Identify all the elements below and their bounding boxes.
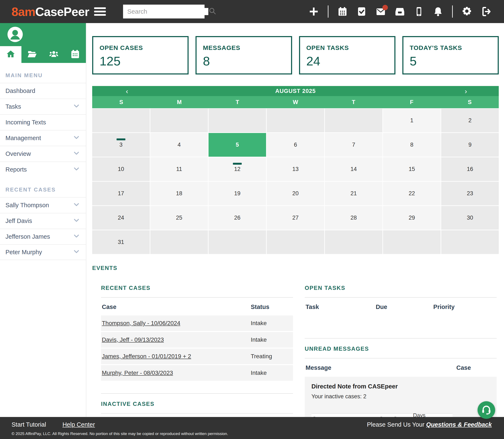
- calendar-title-bar: ‹ AUGUST 2025 ›: [92, 86, 499, 96]
- tasks-check-icon[interactable]: [357, 7, 367, 17]
- calendar-day-cell: [208, 230, 266, 254]
- calendar-day-cell[interactable]: 1: [383, 109, 440, 132]
- calendar-day-cell[interactable]: 25: [150, 206, 208, 230]
- calendar-day-cell[interactable]: 15: [383, 157, 440, 181]
- sidebar-case-sally-thompson[interactable]: Sally Thompson: [0, 197, 86, 213]
- calendar-day-cell[interactable]: 30: [441, 206, 499, 230]
- settings-gear-icon[interactable]: [462, 7, 472, 17]
- calendar-icon[interactable]: [337, 7, 348, 17]
- tab-cases[interactable]: [21, 46, 43, 63]
- sidebar-case-peter-murphy[interactable]: Peter Murphy: [0, 244, 86, 260]
- notifications-bell-icon[interactable]: [433, 7, 443, 17]
- calendar-day-cell[interactable]: 11: [150, 157, 208, 181]
- calendar-day-cell[interactable]: 17: [92, 182, 150, 205]
- search-icon[interactable]: [208, 7, 217, 16]
- calendar-day-cell[interactable]: 31: [92, 230, 150, 254]
- calendar-day-cell[interactable]: 3: [92, 133, 150, 157]
- calendar-day-cell[interactable]: 16: [441, 157, 499, 181]
- search-input[interactable]: [127, 8, 208, 15]
- navbar-divider: [452, 5, 453, 18]
- copyright-text: © 2025 AffiniPay, LLC. All Rights Reserv…: [0, 428, 504, 436]
- tab-calendar[interactable]: [65, 46, 86, 63]
- stat-value: 24: [306, 54, 394, 68]
- day-number: 2: [468, 117, 471, 124]
- messages-card[interactable]: MESSAGES 8: [195, 36, 292, 74]
- dow-label: T: [324, 96, 383, 108]
- calendar-day-cell: [325, 109, 382, 132]
- column-header-case-status: Case Status: [379, 415, 413, 417]
- sidebar-item-incoming-texts[interactable]: Incoming Texts: [0, 114, 86, 130]
- calendar-day-cell[interactable]: 5: [208, 133, 266, 157]
- case-link[interactable]: Thompson, Sally - 10/06/2024: [102, 320, 181, 326]
- sidebar-case-jefferson-james[interactable]: Jefferson James: [0, 229, 86, 244]
- inbox-tray-icon[interactable]: [395, 7, 405, 17]
- app-logo[interactable]: 8amCasePeer: [0, 5, 86, 19]
- calendar-day-cell: [441, 230, 499, 254]
- logout-icon[interactable]: [481, 7, 491, 17]
- tab-contacts[interactable]: [43, 46, 65, 63]
- day-number: 26: [234, 215, 240, 221]
- sidebar-item-label: Overview: [5, 150, 31, 157]
- calendar-day-cell[interactable]: 14: [325, 157, 382, 181]
- calendar-day-cell[interactable]: 28: [325, 206, 382, 230]
- sidebar-item-tasks[interactable]: Tasks: [0, 98, 86, 114]
- dow-label: F: [383, 96, 441, 108]
- calendar-next-button[interactable]: ›: [465, 87, 467, 95]
- divider: [305, 358, 497, 358]
- calendar-day-cell[interactable]: 2: [441, 109, 499, 132]
- sidebar-item-management[interactable]: Management: [0, 130, 86, 146]
- feedback-text: Please Send Us Your Questions & Feedback: [367, 421, 492, 428]
- calendar-day-cell[interactable]: 18: [150, 182, 208, 205]
- calendar-day-cell[interactable]: 21: [325, 182, 382, 205]
- calendar-day-cell[interactable]: 13: [267, 157, 324, 181]
- open-tasks-card[interactable]: OPEN TASKS 24: [299, 36, 395, 74]
- sidebar-item-overview[interactable]: Overview: [0, 146, 86, 161]
- calendar-day-cell[interactable]: 7: [325, 133, 382, 157]
- case-link[interactable]: James, Jefferson - 01/01/2019 + 2: [102, 353, 191, 360]
- divider: [305, 338, 497, 339]
- calendar-day-cell[interactable]: 23: [441, 182, 499, 205]
- sidebar-item-reports[interactable]: Reports: [0, 161, 86, 177]
- hamburger-menu-icon[interactable]: [94, 7, 106, 16]
- day-number: 20: [292, 190, 299, 197]
- calendar-day-cell[interactable]: 9: [441, 133, 499, 157]
- add-icon[interactable]: [309, 7, 319, 17]
- case-link[interactable]: Murphy, Peter - 08/03/2023: [102, 370, 173, 376]
- sidebar-item-dashboard[interactable]: Dashboard: [0, 83, 86, 98]
- calendar-day-cell[interactable]: 22: [383, 182, 440, 205]
- dashboard-calendar: ‹ AUGUST 2025 › S M T W T F S 1234567891…: [92, 86, 499, 254]
- calendar-day-cell[interactable]: 26: [208, 206, 266, 230]
- day-number: 25: [176, 215, 182, 221]
- calendar-day-cell[interactable]: 24: [92, 206, 150, 230]
- calendar-day-cell[interactable]: 12: [208, 157, 266, 181]
- user-avatar[interactable]: [7, 26, 23, 42]
- tab-home[interactable]: [0, 46, 21, 63]
- support-chat-button[interactable]: [478, 401, 495, 419]
- calendar-month-label: AUGUST 2025: [92, 88, 499, 94]
- start-tutorial-link[interactable]: Start Tutorial: [12, 421, 46, 428]
- help-center-link[interactable]: Help Center: [62, 421, 95, 428]
- todays-tasks-card[interactable]: TODAY'S TASKS 5: [402, 36, 499, 74]
- stat-label: TODAY'S TASKS: [410, 44, 498, 51]
- calendar-day-cell[interactable]: 6: [267, 133, 324, 157]
- recent-cases-header-row: Case Status: [101, 304, 293, 316]
- case-link[interactable]: Davis, Jeff - 09/13/2023: [102, 336, 164, 343]
- calendar-day-cell[interactable]: 27: [267, 206, 324, 230]
- calendar-day-cell[interactable]: 29: [383, 206, 440, 230]
- unread-messages-header-row: Message Case: [305, 364, 497, 376]
- calendar-day-cell[interactable]: 20: [267, 182, 324, 205]
- calendar-day-cell[interactable]: 8: [383, 133, 440, 157]
- stat-value: 8: [203, 54, 291, 68]
- mobile-phone-icon[interactable]: [414, 7, 424, 17]
- messages-mail-icon[interactable]: [376, 7, 386, 17]
- open-cases-card[interactable]: OPEN CASES 125: [92, 36, 189, 74]
- unread-message-item[interactable]: Directed Note from CASEpeer Your inactiv…: [305, 377, 497, 417]
- dow-label: M: [150, 96, 208, 108]
- calendar-prev-button[interactable]: ‹: [126, 87, 128, 95]
- case-status: Intake: [251, 320, 293, 327]
- calendar-day-cell[interactable]: 19: [208, 182, 266, 205]
- calendar-day-cell[interactable]: 4: [150, 133, 208, 157]
- questions-feedback-link[interactable]: Questions & Feedback: [426, 421, 492, 428]
- calendar-day-cell[interactable]: 10: [92, 157, 150, 181]
- sidebar-case-jeff-davis[interactable]: Jeff Davis: [0, 213, 86, 229]
